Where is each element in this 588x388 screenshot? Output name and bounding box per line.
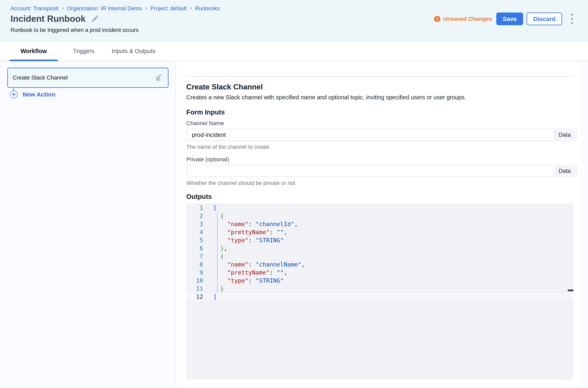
field-private: Private (optional) Data Whether the chan… (186, 156, 577, 187)
indent-guide-line (217, 212, 218, 293)
code-text: ] (206, 293, 217, 301)
code-text: { (206, 252, 224, 260)
private-label: Private (optional) (186, 156, 577, 163)
workflow-steps-panel: Create Slack Channel New Action (0, 62, 176, 388)
cursor-position-marker (568, 290, 573, 291)
discard-button[interactable]: Discard (527, 13, 562, 25)
code-line[interactable]: 12] (186, 293, 573, 301)
code-line[interactable]: 9 "prettyName": "", (186, 268, 573, 277)
code-line[interactable]: 3 "name": "channelId", (186, 220, 573, 228)
unsaved-changes-badge: Unsaved Changes (434, 16, 492, 23)
field-channel-name: Channel Name Data The name of the channe… (186, 120, 577, 150)
line-number: 6 (186, 244, 206, 252)
action-detail-title: Create Slack Channel (186, 83, 577, 91)
outputs-code-editor[interactable]: 1[2 {3 "name": "channelId",4 "prettyName… (186, 203, 573, 380)
more-options-button[interactable] (570, 12, 574, 25)
tab-triggers[interactable]: Triggers (59, 41, 108, 61)
unsaved-changes-label: Unsaved Changes (443, 16, 492, 22)
line-number: 5 (186, 236, 206, 244)
code-line[interactable]: 5 "type": "STRING" (186, 236, 573, 244)
pencil-icon (91, 14, 99, 24)
code-text: "prettyName": "", (206, 228, 287, 236)
breadcrumb-project[interactable]: Project: default (150, 5, 187, 12)
channel-name-input[interactable] (187, 129, 554, 141)
action-detail-panel: Create Slack Channel Creates a new Slack… (176, 62, 580, 388)
chevron-right-icon: › (190, 5, 192, 11)
private-data-button[interactable]: Data (554, 166, 575, 176)
line-number: 8 (186, 260, 206, 268)
kebab-dot-icon (571, 14, 573, 16)
new-action-label: New Action (23, 91, 55, 98)
line-number: 1 (186, 204, 206, 212)
code-text: [ (206, 204, 217, 212)
action-card-label: Create Slack Channel (13, 74, 154, 81)
edit-title-button[interactable] (91, 14, 99, 24)
code-line[interactable]: 7 { (186, 252, 573, 260)
line-number: 12 (186, 293, 206, 301)
channel-name-label: Channel Name (186, 120, 577, 127)
channel-name-input-wrap: Data (186, 129, 577, 141)
channel-name-data-button[interactable]: Data (554, 130, 575, 140)
code-line[interactable]: 10 "type": "STRING" (186, 277, 573, 285)
line-number: 2 (186, 212, 206, 220)
private-input[interactable] (187, 165, 554, 177)
code-line[interactable]: 2 { (186, 212, 573, 220)
code-lines: 1[2 {3 "name": "channelId",4 "prettyName… (186, 203, 573, 301)
code-line[interactable]: 1[ (186, 204, 573, 212)
code-text: } (206, 285, 224, 293)
code-text: "prettyName": "", (206, 268, 287, 277)
chevron-right-icon: › (62, 5, 63, 11)
tab-workflow[interactable]: Workflow (9, 41, 58, 61)
form-inputs-heading: Form Inputs (186, 108, 577, 116)
code-text: }, (206, 244, 227, 252)
code-text: "name": "channelId", (206, 220, 298, 228)
private-input-wrap: Data (186, 165, 577, 177)
line-number: 4 (186, 228, 206, 236)
code-line[interactable]: 8 "name": "channelName", (186, 260, 573, 268)
save-button[interactable]: Save (496, 13, 523, 25)
kebab-dot-icon (571, 22, 573, 24)
code-line[interactable]: 11 } (186, 285, 573, 293)
code-text: { (206, 212, 224, 220)
outputs-heading: Outputs (186, 193, 577, 201)
alert-circle-icon (434, 16, 441, 23)
private-helper: Whether the channel should be private or… (186, 180, 577, 187)
channel-name-helper: The name of the channel to create (186, 144, 577, 150)
page-title: Incident Runbook (10, 14, 86, 24)
panel-divider (186, 76, 574, 77)
line-number: 9 (186, 268, 206, 277)
breadcrumb-runbooks[interactable]: Runbooks (195, 5, 220, 12)
tab-bar: Workflow Triggers Inputs & Outputs (0, 41, 588, 61)
kebab-dot-icon (571, 18, 573, 20)
line-number: 11 (186, 285, 206, 293)
code-line[interactable]: 4 "prettyName": "", (186, 228, 573, 236)
line-number: 10 (186, 277, 206, 285)
action-description: Creates a new Slack channel with specifi… (186, 94, 577, 101)
page-header: Account: Transposit › Organization: IR I… (0, 0, 588, 41)
breadcrumb-organization[interactable]: Organization: IR Internal Demo (67, 5, 142, 12)
breadcrumb: Account: Transposit › Organization: IR I… (10, 5, 220, 12)
trash-icon (154, 73, 162, 83)
line-number: 3 (186, 220, 206, 228)
code-line[interactable]: 6 }, (186, 244, 573, 252)
breadcrumb-account[interactable]: Account: Transposit (10, 5, 58, 12)
content-area: Create Slack Channel New Action (0, 62, 588, 388)
tab-inputs-outputs[interactable]: Inputs & Outputs (109, 41, 158, 61)
action-card-create-slack-channel[interactable]: Create Slack Channel (7, 68, 168, 88)
editor-overview-ruler[interactable] (568, 203, 573, 380)
plus-icon (10, 90, 18, 98)
new-action-button[interactable]: New Action (10, 90, 55, 98)
code-text: "name": "channelName", (206, 260, 305, 268)
delete-action-button[interactable] (154, 73, 162, 83)
page-subtitle: Runbook to be triggered when a prod inci… (10, 27, 138, 33)
chevron-right-icon: › (145, 5, 147, 11)
line-number: 7 (186, 252, 206, 260)
